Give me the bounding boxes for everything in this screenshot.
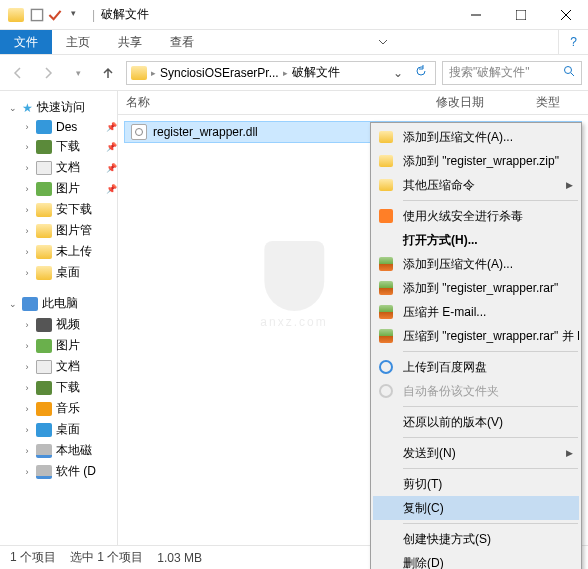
- cm-copy[interactable]: 复制(C): [373, 496, 579, 520]
- close-button[interactable]: [543, 0, 588, 30]
- address-bar[interactable]: ▸ SynciosiOSEraserPr... ▸ 破解文件 ⌄: [126, 61, 436, 85]
- sidebar-item-label: 下载: [56, 379, 80, 396]
- dl-icon: [36, 381, 52, 395]
- pin-icon: 📌: [106, 142, 117, 152]
- refresh-button[interactable]: [411, 65, 431, 80]
- sidebar-item-label: 图片: [56, 337, 80, 354]
- minimize-button[interactable]: [453, 0, 498, 30]
- sidebar-item[interactable]: ›本地磁: [0, 440, 117, 461]
- sidebar-item-label: 图片: [56, 180, 80, 197]
- cm-rar-add-named[interactable]: 添加到 "register_wrapper.rar": [373, 276, 579, 300]
- sidebar-item[interactable]: ›视频: [0, 314, 117, 335]
- folder-icon: [36, 245, 52, 259]
- pin-icon: 📌: [106, 122, 117, 132]
- cm-rar-email-named[interactable]: 压缩到 "register_wrapper.rar" 并 E: [373, 324, 579, 348]
- menu-separator: [403, 200, 578, 201]
- sidebar-item[interactable]: ›下载📌: [0, 136, 117, 157]
- folder-icon: [36, 224, 52, 238]
- ribbon-help-button[interactable]: ?: [558, 30, 588, 54]
- breadcrumb-1[interactable]: SynciosiOSEraserPr...: [160, 66, 279, 80]
- search-input[interactable]: 搜索"破解文件": [442, 61, 582, 85]
- sidebar-item-label: 视频: [56, 316, 80, 333]
- sidebar-item[interactable]: ›音乐: [0, 398, 117, 419]
- expand-icon[interactable]: ›: [22, 446, 32, 456]
- forward-button[interactable]: [36, 61, 60, 85]
- expand-icon[interactable]: ›: [22, 320, 32, 330]
- expand-icon[interactable]: ›: [22, 122, 32, 132]
- cm-add-to-zip[interactable]: 添加到压缩文件(A)...: [373, 125, 579, 149]
- rar-icon: [379, 329, 393, 343]
- address-folder-icon: [131, 66, 147, 80]
- sidebar-item[interactable]: ›安下载: [0, 199, 117, 220]
- zip-icon: [379, 155, 393, 167]
- ribbon-expand-button[interactable]: [363, 30, 403, 54]
- sidebar-item[interactable]: ›下载: [0, 377, 117, 398]
- maximize-button[interactable]: [498, 0, 543, 30]
- sidebar-item[interactable]: ›图片管: [0, 220, 117, 241]
- expand-icon[interactable]: ›: [22, 142, 32, 152]
- expand-icon[interactable]: ›: [22, 404, 32, 414]
- cm-send-to[interactable]: 发送到(N)▶: [373, 441, 579, 465]
- expand-icon[interactable]: ›: [22, 425, 32, 435]
- sidebar-item-label: 安下载: [56, 201, 92, 218]
- sidebar-item[interactable]: ›文档: [0, 356, 117, 377]
- cm-rar-email[interactable]: 压缩并 E-mail...: [373, 300, 579, 324]
- chevron-right-icon[interactable]: ▸: [283, 68, 288, 78]
- up-button[interactable]: [96, 61, 120, 85]
- baidu-icon: [379, 384, 393, 398]
- cm-baidu-backup: 自动备份该文件夹: [373, 379, 579, 403]
- tab-share[interactable]: 共享: [104, 30, 156, 54]
- address-dropdown-icon[interactable]: ⌄: [389, 66, 407, 80]
- sidebar-quick-access[interactable]: ⌄ ★ 快速访问: [0, 97, 117, 118]
- expand-icon[interactable]: ›: [22, 184, 32, 194]
- breadcrumb-2[interactable]: 破解文件: [292, 64, 340, 81]
- menu-separator: [403, 468, 578, 469]
- expand-icon[interactable]: ›: [22, 163, 32, 173]
- collapse-icon[interactable]: ⌄: [8, 299, 18, 309]
- collapse-icon[interactable]: ⌄: [8, 103, 18, 113]
- tab-file[interactable]: 文件: [0, 30, 52, 54]
- expand-icon[interactable]: ›: [22, 226, 32, 236]
- huorong-icon: [379, 209, 393, 223]
- cm-cut[interactable]: 剪切(T): [373, 472, 579, 496]
- expand-icon[interactable]: ›: [22, 383, 32, 393]
- cm-delete[interactable]: 删除(D): [373, 551, 579, 569]
- sidebar-item[interactable]: ›图片: [0, 335, 117, 356]
- cm-restore-versions[interactable]: 还原以前的版本(V): [373, 410, 579, 434]
- sidebar-item[interactable]: ›图片📌: [0, 178, 117, 199]
- expand-icon[interactable]: ›: [22, 268, 32, 278]
- expand-icon[interactable]: ›: [22, 362, 32, 372]
- qat-dropdown-icon[interactable]: ▾: [66, 8, 80, 22]
- expand-icon[interactable]: ›: [22, 341, 32, 351]
- chevron-right-icon[interactable]: ▸: [151, 68, 156, 78]
- expand-icon[interactable]: ›: [22, 205, 32, 215]
- tab-home[interactable]: 主页: [52, 30, 104, 54]
- cm-huorong-scan[interactable]: 使用火绒安全进行杀毒: [373, 204, 579, 228]
- sidebar-item[interactable]: ›Des📌: [0, 118, 117, 136]
- sidebar-item[interactable]: ›桌面: [0, 262, 117, 283]
- sidebar-item-label: 桌面: [56, 264, 80, 281]
- cm-add-to-named-zip[interactable]: 添加到 "register_wrapper.zip": [373, 149, 579, 173]
- sidebar-this-pc[interactable]: ⌄ 此电脑: [0, 293, 117, 314]
- tab-view[interactable]: 查看: [156, 30, 208, 54]
- sidebar-item[interactable]: ›软件 (D: [0, 461, 117, 482]
- cm-rar-add[interactable]: 添加到压缩文件(A)...: [373, 252, 579, 276]
- cm-baidu-upload[interactable]: 上传到百度网盘: [373, 355, 579, 379]
- sidebar-item-label: 本地磁: [56, 442, 92, 459]
- qat-item[interactable]: [30, 8, 44, 22]
- qat-check-icon[interactable]: [48, 8, 62, 22]
- sidebar-item[interactable]: ›桌面: [0, 419, 117, 440]
- column-date[interactable]: 修改日期: [428, 94, 528, 111]
- cm-open-with[interactable]: 打开方式(H)...: [373, 228, 579, 252]
- column-type[interactable]: 类型: [528, 94, 588, 111]
- column-name[interactable]: 名称: [118, 94, 428, 111]
- sidebar-item[interactable]: ›文档📌: [0, 157, 117, 178]
- sidebar-item[interactable]: ›未上传: [0, 241, 117, 262]
- cm-create-shortcut[interactable]: 创建快捷方式(S): [373, 527, 579, 551]
- recent-dropdown[interactable]: ▾: [66, 61, 90, 85]
- cm-other-zip[interactable]: 其他压缩命令▶: [373, 173, 579, 197]
- status-item-count: 1 个项目: [10, 549, 56, 566]
- back-button[interactable]: [6, 61, 30, 85]
- expand-icon[interactable]: ›: [22, 247, 32, 257]
- expand-icon[interactable]: ›: [22, 467, 32, 477]
